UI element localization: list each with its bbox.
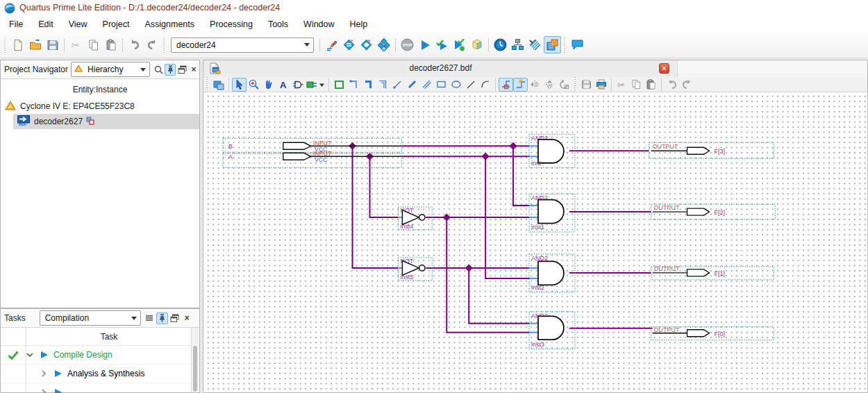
diagonal-node-tool[interactable] [390,78,405,92]
undo-button[interactable] [665,78,679,92]
float-panel-button[interactable] [169,312,181,324]
output-pin-F2[interactable]: OUTPUT F[2] [651,204,776,219]
redo-button[interactable] [679,78,694,92]
wire-segment[interactable] [513,146,529,206]
wire-segment[interactable] [469,268,529,324]
arc-tool[interactable] [478,78,492,92]
task-row-analysis-synthesis[interactable]: Analysis & Synthesis [1,365,199,383]
diagonal-conduit-tool[interactable] [419,78,434,92]
toolbar-drag-handle[interactable] [206,77,209,92]
copy-button[interactable] [85,36,102,53]
assignment-editor-button[interactable] [323,36,340,53]
task-row-compile-design[interactable]: Compile Design [1,346,199,365]
programmer-button[interactable] [526,36,544,53]
output-pin-F1[interactable]: OUTPUT F[1] [651,265,774,280]
wire-net[interactable] [353,146,653,332]
menu-tools[interactable]: Tools [260,18,296,31]
line-tool[interactable] [463,78,478,92]
pin-tool[interactable] [305,78,326,92]
flow-combo[interactable]: Compilation [40,310,141,326]
paste-button[interactable] [644,78,658,92]
new-file-button[interactable] [9,36,26,53]
project-combo[interactable]: decoder24 [171,37,314,53]
wire-segment[interactable] [446,217,529,333]
task-row-partial[interactable] [1,383,199,393]
task-label[interactable]: Analysis & Synthesis [67,369,144,378]
undo-button[interactable] [126,36,143,53]
hierarchy-combo[interactable]: Hierarchy [71,62,150,77]
menu-edit[interactable]: Edit [31,18,61,31]
start-compilation-button[interactable] [416,36,433,53]
menu-view[interactable]: View [61,18,95,31]
wire-segment[interactable] [353,146,399,268]
text-tool[interactable]: A [276,78,290,92]
close-panel-button[interactable]: × [181,312,193,324]
tab-close-button[interactable]: × [659,63,669,74]
oval-tool[interactable] [449,78,463,92]
cut-button[interactable]: ✂ [615,78,629,92]
settings-button[interactable] [340,36,358,53]
and-gate-inst3[interactable]: AND2 inst3 [529,312,575,349]
device-button[interactable] [375,36,392,53]
toolbar-drag-handle[interactable] [574,77,577,92]
not-gate-inst4[interactable]: NOT inst4 [398,207,432,230]
toolbar-drag-handle[interactable] [162,37,166,53]
save-button[interactable] [579,78,594,92]
partial-line-tool[interactable] [499,78,513,92]
copy-button[interactable] [629,78,644,92]
close-panel-button[interactable]: × [188,64,199,76]
chip-planner-button[interactable] [544,36,561,53]
menu-assignments[interactable]: Assignments [137,18,202,31]
and-gate-inst2[interactable]: AND2 inst2 [529,254,575,292]
paste-button[interactable] [102,36,119,53]
diagonal-bus-tool[interactable] [405,78,419,92]
menu-help[interactable]: Help [342,18,376,31]
output-pin-F3[interactable]: OUTPUT F[3] [649,142,774,158]
menu-processing[interactable]: Processing [202,18,260,31]
pin-panel-button[interactable] [165,64,176,76]
tasks-scrollbar[interactable] [191,328,199,392]
tree-row-device[interactable]: Cyclone IV E: EP4CE55F23C8 [1,99,199,114]
zoom-tool[interactable] [247,78,261,92]
menu-file[interactable]: File [1,18,31,31]
chevron-right-icon[interactable] [40,389,48,393]
menu-project[interactable]: Project [95,18,137,31]
and-gate-inst1[interactable]: AND2 inst1 [529,194,575,232]
pin-panel-button[interactable] [156,312,168,324]
start-fitter-button[interactable] [451,36,468,53]
wire-segment[interactable] [369,156,398,217]
tasks-menu-button[interactable] [144,312,156,324]
input-pin-B[interactable]: B INPUT VCC [223,138,401,153]
comment-button[interactable] [569,36,586,53]
scrollbar-thumb[interactable] [193,346,197,392]
flip-vertical-button[interactable] [542,78,557,92]
assembler-button[interactable] [468,36,485,53]
stop-processing-button[interactable]: STOP [399,36,416,53]
hand-tool[interactable] [261,78,276,92]
netlist-viewer-button[interactable] [509,36,526,53]
selection-tool[interactable] [232,78,247,92]
block-tool[interactable] [332,78,347,92]
rotate-left-button[interactable] [557,78,571,92]
rectangle-tool[interactable] [434,78,449,92]
chevron-down-icon[interactable] [26,351,34,358]
print-button[interactable] [594,78,608,92]
symbol-tool[interactable] [290,78,305,92]
menu-window[interactable]: Window [296,18,342,31]
conduit-line-tool[interactable] [376,78,390,92]
task-label[interactable]: Compile Design [53,350,112,360]
float-panel-button[interactable] [176,64,187,76]
start-analysis-synthesis-button[interactable] [433,36,451,53]
toolbar-drag-handle[interactable] [563,37,567,53]
bus-line-tool[interactable] [361,78,376,92]
chevron-right-icon[interactable] [40,370,48,377]
save-button[interactable] [44,36,61,53]
timing-analyzer-button[interactable] [492,36,509,53]
toolbar-drag-handle[interactable] [3,37,7,53]
tree-row-entity[interactable]: BDF decoder2627 [1,114,199,129]
schematic-canvas[interactable]: B INPUT VCC A INPUT VCC [203,92,867,392]
pin-planner-button[interactable] [358,36,375,53]
open-file-button[interactable] [26,36,44,53]
flip-horizontal-button[interactable] [528,78,542,92]
node-line-tool[interactable] [347,78,361,92]
